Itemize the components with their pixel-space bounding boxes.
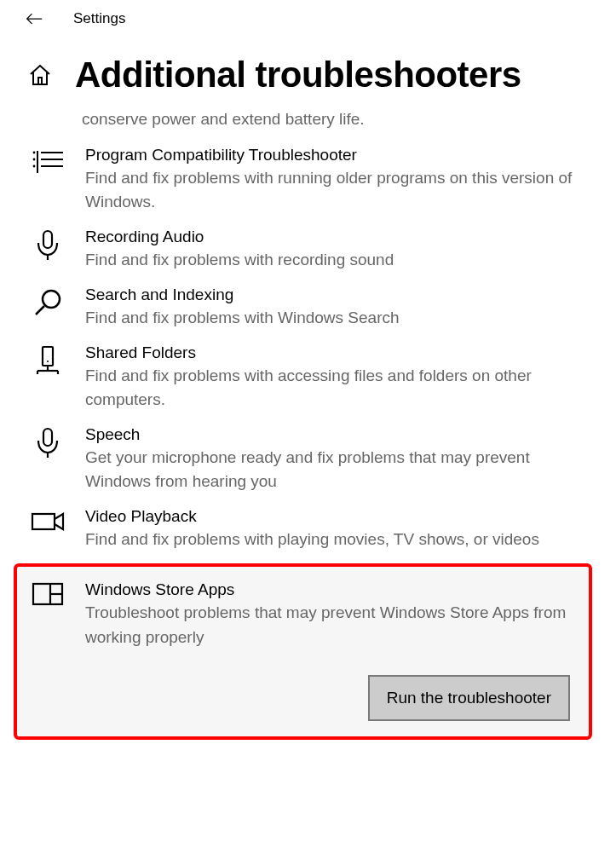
svg-line-10 [36,306,44,314]
content-area: Find and fix problems with your computer… [0,92,616,740]
troubleshooter-item-compat[interactable]: Program Compatibility Troubleshooter Fin… [31,132,599,214]
top-bar: Settings [0,0,616,34]
svg-point-2 [33,164,36,167]
back-button[interactable] [26,10,43,27]
video-icon [31,507,65,541]
home-button[interactable] [27,62,53,88]
troubleshooter-item-store-apps-selected[interactable]: Windows Store Apps Troubleshoot problems… [14,563,592,739]
troubleshooter-item-search[interactable]: Search and Indexing Find and fix problem… [31,272,599,330]
store-apps-icon [31,580,65,615]
item-title: Video Playback [85,507,588,526]
mic-icon [31,425,65,459]
shared-folders-icon [31,343,65,378]
search-icon [31,286,65,320]
cutoff-item-desc: Find and fix problems with your computer… [82,92,584,132]
item-desc: Troubleshoot problems that may prevent W… [85,601,572,649]
item-desc: Find and fix problems with accessing fil… [85,364,588,412]
item-title: Shared Folders [85,343,588,362]
svg-rect-11 [43,347,53,366]
item-title: Search and Indexing [85,286,588,304]
svg-point-0 [33,151,36,153]
item-desc: Find and fix problems with playing movie… [85,528,588,551]
item-desc: Find and fix problems with Windows Searc… [85,306,588,330]
window-title: Settings [73,10,125,27]
item-desc: Find and fix problems with recording sou… [85,248,588,272]
mic-icon [31,228,65,262]
troubleshooter-item-recording[interactable]: Recording Audio Find and fix problems wi… [31,214,599,272]
svg-point-12 [47,361,49,362]
item-title: Speech [85,425,588,444]
compat-icon [31,146,65,180]
svg-rect-17 [43,429,52,446]
page-header: Additional troubleshooters [0,34,616,95]
item-title: Windows Store Apps [85,580,572,599]
run-troubleshooter-button[interactable]: Run the troubleshooter [368,675,570,721]
item-title: Program Compatibility Troubleshooter [85,146,588,164]
svg-rect-7 [43,231,52,248]
page-title: Additional troubleshooters [75,55,521,95]
troubleshooter-item-speech[interactable]: Speech Get your microphone ready and fix… [31,412,599,493]
troubleshooter-item-video[interactable]: Video Playback Find and fix problems wit… [31,493,599,551]
item-desc: Get your microphone ready and fix proble… [85,446,588,493]
svg-rect-19 [32,514,55,529]
item-desc: Find and fix problems with running older… [85,166,588,214]
troubleshooter-item-shared-folders[interactable]: Shared Folders Find and fix problems wit… [31,330,599,412]
item-title: Recording Audio [85,228,588,246]
svg-point-9 [43,291,60,308]
svg-point-1 [33,158,36,160]
